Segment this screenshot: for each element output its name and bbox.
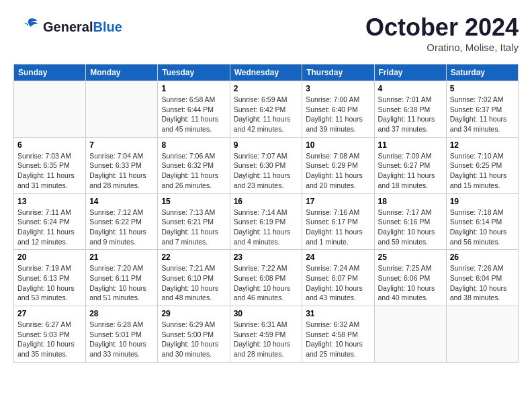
calendar-week-row: 27Sunrise: 6:27 AMSunset: 5:03 PMDayligh…	[14, 306, 519, 363]
logo-blue: Blue	[93, 19, 122, 34]
day-info: Sunrise: 6:28 AMSunset: 5:01 PMDaylight:…	[89, 320, 154, 359]
table-row: 17Sunrise: 7:16 AMSunset: 6:17 PMDayligh…	[302, 193, 374, 250]
table-row: 8Sunrise: 7:06 AMSunset: 6:32 PMDaylight…	[158, 137, 230, 193]
table-row: 1Sunrise: 6:58 AMSunset: 6:44 PMDaylight…	[158, 81, 230, 138]
table-row: 15Sunrise: 7:13 AMSunset: 6:21 PMDayligh…	[158, 193, 230, 250]
table-row: 24Sunrise: 7:24 AMSunset: 6:07 PMDayligh…	[302, 250, 374, 306]
day-number: 2	[234, 84, 299, 93]
day-info: Sunrise: 7:21 AMSunset: 6:10 PMDaylight:…	[161, 263, 226, 303]
day-info: Sunrise: 7:11 AMSunset: 6:24 PMDaylight:…	[17, 208, 82, 247]
day-info: Sunrise: 6:31 AMSunset: 4:59 PMDaylight:…	[234, 320, 299, 359]
day-number: 30	[234, 309, 299, 318]
day-info: Sunrise: 7:26 AMSunset: 6:04 PMDaylight:…	[450, 263, 515, 303]
calendar-week-row: 6Sunrise: 7:03 AMSunset: 6:35 PMDaylight…	[14, 137, 519, 193]
day-info: Sunrise: 6:27 AMSunset: 5:03 PMDaylight:…	[17, 320, 82, 359]
table-row: 5Sunrise: 7:02 AMSunset: 6:37 PMDaylight…	[446, 81, 518, 138]
day-info: Sunrise: 7:07 AMSunset: 6:30 PMDaylight:…	[234, 151, 299, 191]
table-row: 14Sunrise: 7:12 AMSunset: 6:22 PMDayligh…	[86, 193, 158, 250]
day-info: Sunrise: 7:20 AMSunset: 6:11 PMDaylight:…	[89, 263, 154, 303]
table-row: 21Sunrise: 7:20 AMSunset: 6:11 PMDayligh…	[86, 250, 158, 306]
day-info: Sunrise: 7:02 AMSunset: 6:37 PMDaylight:…	[450, 95, 515, 134]
day-info: Sunrise: 7:01 AMSunset: 6:38 PMDaylight:…	[378, 95, 443, 134]
logo: GeneralBlue	[13, 13, 122, 40]
table-row: 12Sunrise: 7:10 AMSunset: 6:25 PMDayligh…	[446, 137, 518, 193]
day-number: 17	[306, 197, 370, 206]
day-info: Sunrise: 7:24 AMSunset: 6:07 PMDaylight:…	[306, 263, 370, 303]
day-info: Sunrise: 7:19 AMSunset: 6:13 PMDaylight:…	[17, 263, 82, 303]
day-info: Sunrise: 7:14 AMSunset: 6:19 PMDaylight:…	[234, 208, 299, 247]
col-friday: Friday	[374, 64, 446, 81]
table-row: 6Sunrise: 7:03 AMSunset: 6:35 PMDaylight…	[14, 137, 86, 193]
day-number: 3	[306, 84, 370, 93]
table-row	[86, 81, 158, 138]
table-row: 25Sunrise: 7:25 AMSunset: 6:06 PMDayligh…	[374, 250, 446, 306]
day-number: 21	[89, 253, 154, 262]
calendar-week-row: 13Sunrise: 7:11 AMSunset: 6:24 PMDayligh…	[14, 193, 519, 250]
table-row: 22Sunrise: 7:21 AMSunset: 6:10 PMDayligh…	[158, 250, 230, 306]
day-number: 27	[17, 309, 82, 318]
table-row: 26Sunrise: 7:26 AMSunset: 6:04 PMDayligh…	[446, 250, 518, 306]
day-number: 31	[306, 309, 370, 318]
day-info: Sunrise: 7:08 AMSunset: 6:29 PMDaylight:…	[306, 151, 370, 191]
day-number: 15	[161, 197, 226, 206]
day-number: 24	[306, 253, 370, 262]
day-number: 29	[161, 309, 226, 318]
table-row	[446, 306, 518, 363]
month-year-title: October 2024	[365, 13, 519, 42]
day-number: 9	[234, 140, 299, 150]
table-row: 3Sunrise: 7:00 AMSunset: 6:40 PMDaylight…	[302, 81, 374, 138]
table-row: 16Sunrise: 7:14 AMSunset: 6:19 PMDayligh…	[230, 193, 302, 250]
table-row: 4Sunrise: 7:01 AMSunset: 6:38 PMDaylight…	[374, 81, 446, 138]
table-row: 30Sunrise: 6:31 AMSunset: 4:59 PMDayligh…	[230, 306, 302, 363]
day-info: Sunrise: 6:58 AMSunset: 6:44 PMDaylight:…	[161, 95, 226, 134]
table-row: 23Sunrise: 7:22 AMSunset: 6:08 PMDayligh…	[230, 250, 302, 306]
day-number: 25	[378, 253, 443, 262]
table-row: 19Sunrise: 7:18 AMSunset: 6:14 PMDayligh…	[446, 193, 518, 250]
day-info: Sunrise: 7:18 AMSunset: 6:14 PMDaylight:…	[450, 208, 515, 247]
day-number: 4	[378, 84, 443, 93]
day-number: 16	[234, 197, 299, 206]
table-row: 9Sunrise: 7:07 AMSunset: 6:30 PMDaylight…	[230, 137, 302, 193]
col-monday: Monday	[86, 64, 158, 81]
day-number: 14	[89, 197, 154, 206]
page-header: GeneralBlue October 2024 Oratino, Molise…	[13, 13, 519, 53]
day-info: Sunrise: 7:06 AMSunset: 6:32 PMDaylight:…	[161, 151, 226, 191]
table-row: 29Sunrise: 6:29 AMSunset: 5:00 PMDayligh…	[158, 306, 230, 363]
day-number: 7	[89, 140, 154, 150]
table-row: 28Sunrise: 6:28 AMSunset: 5:01 PMDayligh…	[86, 306, 158, 363]
day-info: Sunrise: 7:09 AMSunset: 6:27 PMDaylight:…	[378, 151, 443, 191]
day-info: Sunrise: 7:22 AMSunset: 6:08 PMDaylight:…	[234, 263, 299, 303]
col-thursday: Thursday	[302, 64, 374, 81]
table-row: 2Sunrise: 6:59 AMSunset: 6:42 PMDaylight…	[230, 81, 302, 138]
table-row: 18Sunrise: 7:17 AMSunset: 6:16 PMDayligh…	[374, 193, 446, 250]
day-number: 18	[378, 197, 443, 206]
day-number: 11	[378, 140, 443, 150]
logo-text-block: GeneralBlue	[43, 19, 122, 34]
calendar-header-row: Sunday Monday Tuesday Wednesday Thursday…	[14, 64, 519, 81]
table-row: 11Sunrise: 7:09 AMSunset: 6:27 PMDayligh…	[374, 137, 446, 193]
day-number: 5	[450, 84, 515, 93]
table-row: 10Sunrise: 7:08 AMSunset: 6:29 PMDayligh…	[302, 137, 374, 193]
day-number: 12	[450, 140, 515, 150]
day-number: 19	[450, 197, 515, 206]
calendar-week-row: 1Sunrise: 6:58 AMSunset: 6:44 PMDaylight…	[14, 81, 519, 138]
day-number: 23	[234, 253, 299, 262]
day-info: Sunrise: 6:32 AMSunset: 4:58 PMDaylight:…	[306, 320, 370, 359]
title-block: October 2024 Oratino, Molise, Italy	[365, 13, 519, 53]
table-row	[14, 81, 86, 138]
day-info: Sunrise: 7:04 AMSunset: 6:33 PMDaylight:…	[89, 151, 154, 191]
logo-icon	[13, 13, 40, 40]
table-row	[374, 306, 446, 363]
day-info: Sunrise: 7:00 AMSunset: 6:40 PMDaylight:…	[306, 95, 370, 134]
col-tuesday: Tuesday	[158, 64, 230, 81]
day-info: Sunrise: 7:16 AMSunset: 6:17 PMDaylight:…	[306, 208, 370, 247]
day-number: 20	[17, 253, 82, 262]
table-row: 27Sunrise: 6:27 AMSunset: 5:03 PMDayligh…	[14, 306, 86, 363]
location-subtitle: Oratino, Molise, Italy	[365, 42, 519, 53]
table-row: 31Sunrise: 6:32 AMSunset: 4:58 PMDayligh…	[302, 306, 374, 363]
day-number: 28	[89, 309, 154, 318]
col-sunday: Sunday	[14, 64, 86, 81]
logo-general: General	[43, 19, 93, 34]
day-info: Sunrise: 7:12 AMSunset: 6:22 PMDaylight:…	[89, 208, 154, 247]
calendar-week-row: 20Sunrise: 7:19 AMSunset: 6:13 PMDayligh…	[14, 250, 519, 306]
